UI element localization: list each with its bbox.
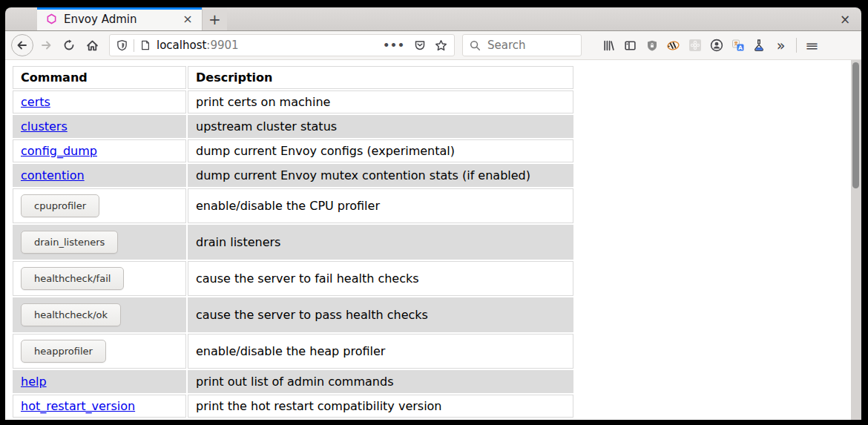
table-row-certs: certsprint certs on machine <box>13 90 573 113</box>
description-cell: enable/disable the CPU profiler <box>188 188 573 223</box>
command-link-help[interactable]: help <box>21 375 47 389</box>
table-row-contention: contentiondump current Envoy mutex conte… <box>13 164 573 187</box>
privacy-badger-icon[interactable] <box>662 35 684 56</box>
command-button-heapprofiler[interactable]: heapprofiler <box>21 340 106 363</box>
description-cell: dump current Envoy configs (experimental… <box>188 139 573 162</box>
envoy-favicon-icon <box>46 13 57 24</box>
command-cell: heapprofiler <box>13 334 186 369</box>
forward-button[interactable] <box>36 35 56 56</box>
new-tab-button[interactable]: + <box>202 7 227 30</box>
command-cell: cpuprofiler <box>13 188 186 223</box>
url-host-text: localhost <box>157 39 206 52</box>
command-link-config-dump[interactable]: config_dump <box>21 144 97 158</box>
command-form-healthcheck-fail: healthcheck/fail <box>21 266 124 291</box>
description-cell: print the hot restart compatibility vers… <box>188 395 573 418</box>
tab-bar: Envoy Admin × + × <box>5 7 861 31</box>
command-cell: healthcheck/ok <box>13 297 186 332</box>
command-button-healthcheck-fail[interactable]: healthcheck/fail <box>21 267 124 290</box>
command-cell: certs <box>13 90 186 113</box>
bookmark-star-icon[interactable] <box>435 39 447 52</box>
description-cell: cause the server to pass health checks <box>188 297 573 332</box>
command-cell: contention <box>13 164 186 187</box>
extensions-grid-icon[interactable] <box>684 35 706 56</box>
home-icon <box>86 39 99 52</box>
table-row-drain-listeners: drain_listenersdrain listeners <box>13 225 573 260</box>
flask-icon[interactable] <box>749 35 770 56</box>
window-close-button[interactable]: × <box>829 7 861 30</box>
table-row-cpuprofiler: cpuprofilerenable/disable the CPU profil… <box>13 188 573 223</box>
table-row-heapprofiler: heapprofilerenable/disable the heap prof… <box>13 334 573 369</box>
back-arrow-icon <box>16 39 28 51</box>
command-cell: healthcheck/fail <box>13 261 186 296</box>
command-column-header: Command <box>13 66 186 89</box>
toolbar-icon-cluster: A » <box>598 35 792 56</box>
command-cell: hot_restart_version <box>13 395 186 418</box>
command-link-certs[interactable]: certs <box>21 95 50 109</box>
description-cell: print out list of admin commands <box>188 370 573 393</box>
table-row-help: helpprint out list of admin commands <box>13 370 573 393</box>
command-cell: drain_listeners <box>13 225 186 260</box>
admin-commands-table: Command Description certsprint certs on … <box>11 65 575 419</box>
privacy-shield-lock-icon[interactable] <box>641 35 662 56</box>
command-form-cpuprofiler: cpuprofiler <box>21 193 99 219</box>
description-cell: print certs on machine <box>188 90 573 113</box>
search-bar[interactable]: Search <box>462 34 582 56</box>
page-info-icon[interactable] <box>140 39 151 51</box>
tab-bar-spacer <box>227 7 829 30</box>
command-form-heapprofiler: heapprofiler <box>21 338 106 364</box>
tab-envoy-admin[interactable]: Envoy Admin × <box>37 7 202 30</box>
command-cell: clusters <box>13 115 186 138</box>
command-link-hot-restart-version[interactable]: hot_restart_version <box>21 399 135 413</box>
scrollbar[interactable] <box>851 60 861 420</box>
page-actions-icon[interactable]: ••• <box>383 39 405 51</box>
table-row-hot-restart-version: hot_restart_versionprint the hot restart… <box>13 395 573 418</box>
home-button[interactable] <box>82 35 102 56</box>
description-cell: dump current Envoy mutex contention stat… <box>188 164 573 187</box>
table-header-row: Command Description <box>13 66 573 89</box>
description-cell: enable/disable the heap profiler <box>188 334 573 369</box>
navigation-toolbar: localhost :9901 ••• Search <box>5 31 861 60</box>
command-button-cpuprofiler[interactable]: cpuprofiler <box>21 194 99 217</box>
description-column-header: Description <box>188 66 573 89</box>
url-bar-separator <box>134 39 134 52</box>
table-row-clusters: clustersupstream cluster status <box>13 115 573 138</box>
command-link-clusters[interactable]: clusters <box>21 119 68 134</box>
command-cell: help <box>13 370 186 393</box>
search-placeholder: Search <box>487 39 526 52</box>
page-content: Command Description certsprint certs on … <box>5 60 861 420</box>
table-row-healthcheck-fail: healthcheck/failcause the server to fail… <box>13 261 573 296</box>
library-icon[interactable] <box>598 35 619 56</box>
command-button-healthcheck-ok[interactable]: healthcheck/ok <box>21 303 121 326</box>
tab-title: Envoy Admin <box>64 13 180 26</box>
url-bar[interactable]: localhost :9901 ••• <box>109 34 455 56</box>
table-row-config-dump: config_dumpdump current Envoy configs (e… <box>13 139 573 162</box>
tab-close-icon[interactable]: × <box>180 11 196 27</box>
toolbar-separator <box>796 38 797 53</box>
search-icon <box>470 40 481 51</box>
reload-button[interactable] <box>59 35 79 56</box>
command-cell: config_dump <box>13 139 186 162</box>
description-cell: drain listeners <box>188 225 573 260</box>
translate-icon[interactable]: A <box>727 35 749 56</box>
command-form-drain-listeners: drain_listeners <box>21 229 118 255</box>
description-cell: upstream cluster status <box>188 115 573 138</box>
description-cell: cause the server to fail health checks <box>188 261 573 296</box>
command-form-healthcheck-ok: healthcheck/ok <box>21 302 121 328</box>
sidebar-icon[interactable] <box>619 35 641 56</box>
account-icon[interactable] <box>706 35 727 56</box>
command-link-contention[interactable]: contention <box>21 168 85 182</box>
url-port-text: :9901 <box>206 39 238 52</box>
svg-text:A: A <box>738 45 743 51</box>
reload-icon <box>63 39 75 51</box>
tab-bar-left-space <box>5 7 37 30</box>
tracking-protection-shield-icon[interactable] <box>116 39 128 51</box>
forward-arrow-icon <box>40 39 52 51</box>
menu-icon[interactable]: ≡ <box>801 35 823 56</box>
scrollbar-thumb[interactable] <box>852 62 859 188</box>
back-button[interactable] <box>11 34 33 56</box>
overflow-chevron-icon[interactable]: » <box>770 35 792 56</box>
pocket-icon[interactable] <box>414 39 426 51</box>
browser-window: Envoy Admin × + × <box>5 7 861 420</box>
table-row-healthcheck-ok: healthcheck/okcause the server to pass h… <box>13 297 573 332</box>
command-button-drain-listeners[interactable]: drain_listeners <box>21 231 118 254</box>
